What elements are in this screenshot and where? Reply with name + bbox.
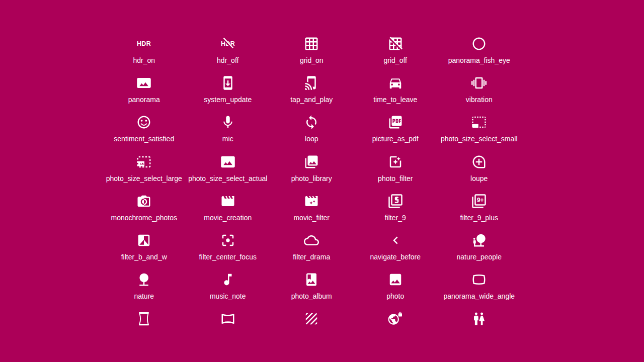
icon-label: filter_center_focus [199,252,257,261]
icon-cell-monochrome_photos[interactable]: monochrome_photos [102,189,186,228]
icon-label: grid_on [300,56,324,65]
icon-label: loop [305,134,318,143]
icon-label: time_to_leave [373,95,417,104]
icon-cell-loop[interactable]: loop [270,110,354,149]
icon-label: nature [134,292,154,301]
icon-cell-nature_people[interactable]: nature_people [437,228,521,267]
icon-cell-panorama_horizontal[interactable] [186,307,270,346]
panorama-fish-eye-icon [471,32,487,56]
grid-off-icon [388,32,403,56]
icon-label: mic [222,134,233,143]
icon-cell-picture_as_pdf[interactable]: picture_as_pdf [354,110,438,149]
icon-label: movie_creation [204,213,252,222]
icon-cell-loupe[interactable]: loupe [437,150,521,189]
icon-label: hdr_on [133,56,155,65]
photo-size-select-small-icon [471,110,487,134]
icon-cell-panorama_fish_eye[interactable]: panorama_fish_eye [437,32,521,71]
filter-b-and-w-icon [136,228,151,252]
icon-label: grid_off [384,56,407,65]
icon-cell-sentiment_satisfied[interactable]: sentiment_satisfied [102,110,186,149]
grid-on-icon [304,32,319,56]
icon-cell-panorama_vertical[interactable] [102,307,186,346]
icon-cell-system_update[interactable]: system_update [186,71,270,110]
texture-icon [304,307,319,331]
icon-label: panorama_wide_angle [443,292,515,301]
icon-label: system_update [204,95,252,104]
icon-cell-photo_size_select_actual[interactable]: photo_size_select_actual [186,150,270,189]
icon-cell-movie_creation[interactable]: movie_creation [186,189,270,228]
icon-cell-photo_size_select_large[interactable]: photo_size_select_large [102,150,186,189]
icon-cell-filter_9[interactable]: filter_9 [354,189,438,228]
icon-cell-vibration[interactable]: vibration [437,71,521,110]
photo-size-select-large-icon [136,150,151,174]
icon-label: photo_library [291,174,332,183]
music-note-icon [220,267,235,292]
picture-as-pdf-icon [388,110,403,134]
svg-text:9+: 9+ [477,197,484,204]
navigate-before-icon [388,228,403,252]
icon-label: nature_people [456,252,502,261]
icon-cell-filter_b_and_w[interactable]: filter_b_and_w [102,228,186,267]
icon-cell-photo_album[interactable]: photo_album [270,267,354,307]
icon-cell-wc[interactable] [437,307,521,346]
tap-and-play-icon [304,71,319,95]
icon-grid: HDRhdr_onHDRhdr_offgrid_ongrid_offpanora… [102,32,521,346]
icon-label: music_note [210,292,246,301]
icon-cell-photo_size_select_small[interactable]: photo_size_select_small [437,110,521,149]
icon-label: filter_b_and_w [121,252,167,261]
photo-icon [388,267,403,292]
icon-cell-grid_off[interactable]: grid_off [354,32,438,71]
icon-label: tap_and_play [290,95,333,104]
icon-label: hdr_off [217,56,238,65]
icon-label: panorama [128,95,160,104]
icon-label: navigate_before [370,252,421,261]
movie-filter-icon [304,189,319,213]
icon-label: picture_as_pdf [372,134,419,143]
icon-cell-hdr_on[interactable]: HDRhdr_on [102,32,186,71]
icon-cell-time_to_leave[interactable]: time_to_leave [354,71,438,110]
photo-filter-icon [388,150,403,174]
time-to-leave-icon [388,71,403,95]
icon-cell-photo_library[interactable]: photo_library [270,150,354,189]
icon-cell-nature[interactable]: nature [102,267,186,307]
icon-label: filter_9 [385,213,406,222]
icon-label: monochrome_photos [111,213,177,222]
icon-cell-vpn_lock[interactable] [354,307,438,346]
icon-label: photo_size_select_large [106,174,182,183]
icon-cell-navigate_before[interactable]: navigate_before [354,228,438,267]
icon-cell-panorama_wide_angle[interactable]: panorama_wide_angle [437,267,521,307]
icon-label: movie_filter [293,213,330,222]
icon-label: panorama_fish_eye [448,56,510,65]
loupe-icon [471,150,487,174]
icon-cell-movie_filter[interactable]: movie_filter [270,189,354,228]
icon-label: photo_filter [378,174,413,183]
icon-cell-photo[interactable]: photo [354,267,438,307]
icon-cell-music_note[interactable]: music_note [186,267,270,307]
nature-people-icon [471,228,487,252]
hdr-on-icon: HDR [136,32,151,56]
vibration-icon [471,71,487,95]
icon-cell-filter_drama[interactable]: filter_drama [270,228,354,267]
icon-cell-panorama[interactable]: panorama [102,71,186,110]
panorama-horizontal-icon [220,307,235,331]
mic-icon [220,110,235,134]
icon-cell-filter_9_plus[interactable]: 9+filter_9_plus [437,189,521,228]
vpn-lock-icon [388,307,403,331]
panorama-icon [136,71,151,95]
photo-size-select-actual-icon [220,150,235,174]
icon-cell-mic[interactable]: mic [186,110,270,149]
filter-drama-icon [304,228,319,252]
hdr-off-icon: HDR [220,32,235,56]
icon-cell-filter_center_focus[interactable]: filter_center_focus [186,228,270,267]
icon-label: loupe [470,174,488,183]
icon-cell-texture[interactable] [270,307,354,346]
icon-label: photo_size_select_actual [188,174,267,183]
filter-9-icon [388,189,403,213]
icon-cell-hdr_off[interactable]: HDRhdr_off [186,32,270,71]
icon-label: photo_album [291,292,332,301]
filter-center-focus-icon [220,228,235,252]
icon-cell-photo_filter[interactable]: photo_filter [354,150,438,189]
svg-text:HDR: HDR [137,40,151,47]
icon-cell-grid_on[interactable]: grid_on [270,32,354,71]
icon-cell-tap_and_play[interactable]: tap_and_play [270,71,354,110]
